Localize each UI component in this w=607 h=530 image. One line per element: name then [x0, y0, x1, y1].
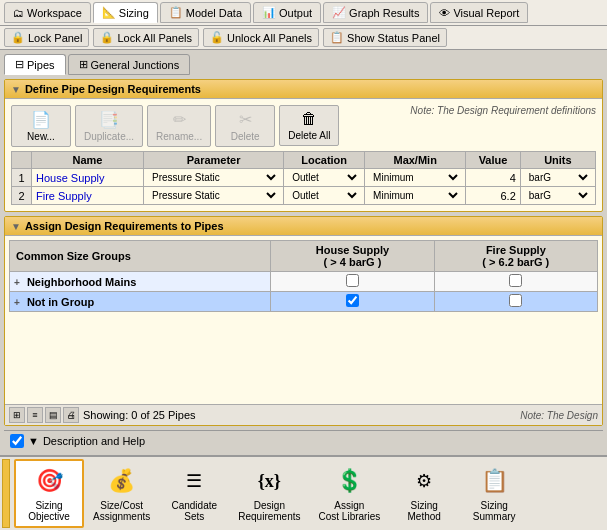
grid-icon[interactable]: ⊞	[9, 407, 25, 423]
notingroup-fire-checkbox-cell	[434, 292, 597, 312]
table-row: + Not in Group	[10, 292, 598, 312]
assign-collapse-icon[interactable]: ▼	[11, 221, 21, 232]
junctions-tab-icon: ⊞	[79, 58, 88, 71]
row2-units[interactable]: barG	[520, 187, 595, 205]
rename-button[interactable]: ✏ Rename...	[147, 105, 211, 147]
sizing-method-label: SizingMethod	[408, 500, 441, 522]
lock-panel-button[interactable]: 🔒 Lock Panel	[4, 28, 89, 47]
description-checkbox[interactable]	[10, 434, 24, 448]
visual-report-icon: 👁	[439, 7, 450, 19]
row1-units-select[interactable]: barG	[525, 171, 591, 184]
tab-workspace[interactable]: 🗂 Workspace	[4, 2, 91, 23]
row1-value[interactable]: 4	[466, 169, 521, 187]
col-location-header: Location	[284, 152, 365, 169]
row2-location[interactable]: Outlet	[284, 187, 365, 205]
lock-all-icon: 🔒	[100, 31, 114, 44]
filter-icon[interactable]: ▤	[45, 407, 61, 423]
table-row: + Neighborhood Mains	[10, 272, 598, 292]
new-icon: 📄	[31, 110, 51, 129]
delete-all-button[interactable]: 🗑 Delete All	[279, 105, 339, 146]
neighborhood-house-checkbox[interactable]	[346, 274, 359, 287]
row1-parameter-select[interactable]: Pressure Static	[148, 171, 279, 184]
graph-results-icon: 📈	[332, 6, 346, 19]
design-requirements-content: 📄 New... 📑 Duplicate... ✏ Rename... ✂ De…	[5, 99, 602, 211]
candidate-sets-icon: ☰	[178, 465, 210, 497]
expand-notingroup-button[interactable]: +	[14, 297, 20, 308]
bottom-btn-sizing-method[interactable]: ⚙ SizingMethod	[389, 459, 459, 528]
notingroup-house-checkbox[interactable]	[346, 294, 359, 307]
delete-button[interactable]: ✂ Delete	[215, 105, 275, 147]
col-parameter-header: Parameter	[144, 152, 284, 169]
notingroup-fire-checkbox[interactable]	[509, 294, 522, 307]
assign-col-fire: Fire Supply( > 6.2 barG )	[434, 241, 597, 272]
row2-maxmin-select[interactable]: Minimum	[369, 189, 461, 202]
showing-status: Showing: 0 of 25 Pipes	[83, 409, 196, 421]
bottom-btn-assign-cost[interactable]: 💲 AssignCost Libraries	[310, 459, 390, 528]
menu-bar: 🗂 Workspace 📐 Sizing 📋 Model Data 📊 Outp…	[0, 0, 607, 26]
row1-parameter[interactable]: Pressure Static	[144, 169, 284, 187]
sizing-icon: 📐	[102, 6, 116, 19]
pipes-tab-icon: ⊟	[15, 58, 24, 71]
size-cost-label: Size/CostAssignments	[93, 500, 150, 522]
row1-name[interactable]: House Supply	[32, 169, 144, 187]
sizing-objective-label: SizingObjective	[28, 500, 70, 522]
status-icons: ⊞ ≡ ▤ 🖨	[9, 407, 79, 423]
bottom-btn-design-requirements[interactable]: {x} DesignRequirements	[229, 459, 309, 528]
delete-icon: ✂	[239, 110, 252, 129]
assign-design-panel: ▼ Assign Design Requirements to Pipes Co…	[4, 216, 603, 426]
col-maxmin-header: Max/Min	[365, 152, 466, 169]
tab-pipes[interactable]: ⊟ Pipes	[4, 54, 66, 75]
row2-units-select[interactable]: barG	[525, 189, 591, 202]
bottom-btn-size-cost[interactable]: 💰 Size/CostAssignments	[84, 459, 159, 528]
col-name-header: Name	[32, 152, 144, 169]
design-requirements-label: DesignRequirements	[238, 500, 300, 522]
list-icon[interactable]: ≡	[27, 407, 43, 423]
bottom-btn-sizing-objective[interactable]: 🎯 SizingObjective	[14, 459, 84, 528]
rename-icon: ✏	[173, 110, 186, 129]
row1-location-select[interactable]: Outlet	[288, 171, 360, 184]
row2-parameter-select[interactable]: Pressure Static	[148, 189, 279, 202]
design-requirements-panel: ▼ Define Pipe Design Requirements 📄 New.…	[4, 79, 603, 212]
sizing-objective-icon: 🎯	[33, 465, 65, 497]
expand-neighborhood-button[interactable]: +	[14, 277, 20, 288]
tab-model-data[interactable]: 📋 Model Data	[160, 2, 251, 23]
row1-units[interactable]: barG	[520, 169, 595, 187]
tab-graph-results[interactable]: 📈 Graph Results	[323, 2, 428, 23]
tab-visual-report[interactable]: 👁 Visual Report	[430, 2, 528, 23]
tab-general-junctions[interactable]: ⊞ General Junctions	[68, 54, 191, 75]
col-units-header: Units	[520, 152, 595, 169]
row2-name[interactable]: Fire Supply	[32, 187, 144, 205]
table-row: 2 Fire Supply Pressure Static Outlet	[12, 187, 596, 205]
bottom-btn-sizing-summary[interactable]: 📋 SizingSummary	[459, 459, 529, 528]
show-status-panel-button[interactable]: 📋 Show Status Panel	[323, 28, 447, 47]
bottom-btn-candidate-sets[interactable]: ☰ CandidateSets	[159, 459, 229, 528]
row1-location[interactable]: Outlet	[284, 169, 365, 187]
table-row: 1 House Supply Pressure Static Outlet	[12, 169, 596, 187]
neighborhood-fire-checkbox-cell	[434, 272, 597, 292]
unlock-all-panels-button[interactable]: 🔓 Unlock All Panels	[203, 28, 319, 47]
assign-table: Common Size Groups House Supply( > 4 bar…	[9, 240, 598, 312]
row1-num: 1	[12, 169, 32, 187]
collapse-icon[interactable]: ▼	[11, 84, 21, 95]
row1-maxmin[interactable]: Minimum	[365, 169, 466, 187]
duplicate-button[interactable]: 📑 Duplicate...	[75, 105, 143, 147]
tab-sizing[interactable]: 📐 Sizing	[93, 2, 158, 23]
neighborhood-fire-checkbox[interactable]	[509, 274, 522, 287]
row2-value[interactable]: 6.2	[466, 187, 521, 205]
assign-design-header: ▼ Assign Design Requirements to Pipes	[5, 217, 602, 236]
print-icon[interactable]: 🖨	[63, 407, 79, 423]
design-req-icon: {x}	[253, 465, 285, 497]
not-in-group-cell: + Not in Group	[10, 292, 271, 312]
row2-parameter[interactable]: Pressure Static	[144, 187, 284, 205]
new-button[interactable]: 📄 New...	[11, 105, 71, 147]
tab-output[interactable]: 📊 Output	[253, 2, 321, 23]
row1-maxmin-select[interactable]: Minimum	[369, 171, 461, 184]
description-icon: ▼	[28, 435, 39, 447]
model-data-icon: 📋	[169, 6, 183, 19]
description-bar: ▼ Description and Help	[4, 430, 603, 451]
row2-maxmin[interactable]: Minimum	[365, 187, 466, 205]
status-icon: 📋	[330, 31, 344, 44]
lock-all-panels-button[interactable]: 🔒 Lock All Panels	[93, 28, 199, 47]
sizing-summary-icon: 📋	[478, 465, 510, 497]
row2-location-select[interactable]: Outlet	[288, 189, 360, 202]
